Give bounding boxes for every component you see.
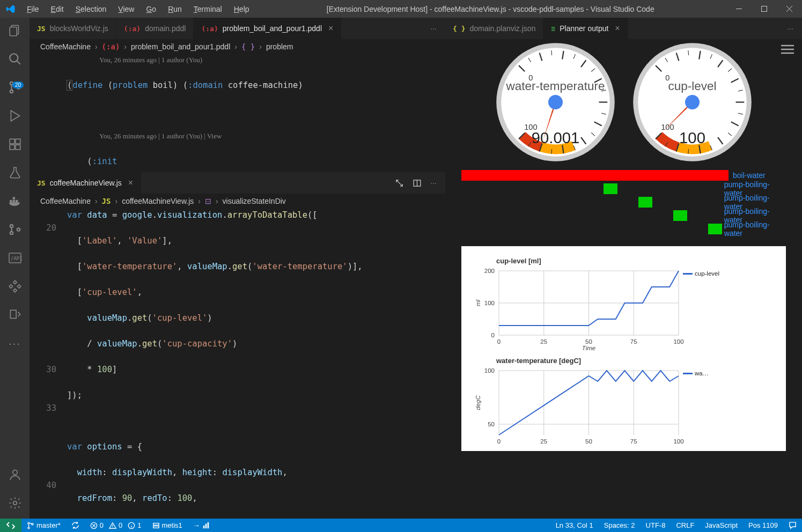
close-icon[interactable]: × bbox=[128, 178, 133, 188]
cursor-position[interactable]: Ln 33, Col 1 bbox=[550, 521, 599, 529]
panel-menu-icon[interactable] bbox=[781, 45, 794, 54]
beaker-icon[interactable] bbox=[8, 165, 23, 180]
tab-domain-planviz-json[interactable]: { }domain.planviz.json bbox=[445, 18, 543, 39]
breadcrumb-item[interactable]: CoffeeMachine bbox=[40, 197, 91, 205]
codelens[interactable]: You, 26 minutes ago | 1 author (You) bbox=[67, 54, 445, 66]
more-actions-icon[interactable]: ··· bbox=[430, 24, 437, 33]
close-icon[interactable]: × bbox=[615, 24, 620, 33]
menu-go[interactable]: Go bbox=[141, 2, 161, 16]
tab-Planner-output[interactable]: ≡Planner output× bbox=[543, 18, 628, 39]
problems-button[interactable]: 0 0 1 bbox=[85, 521, 147, 529]
maximize-button[interactable] bbox=[752, 0, 777, 18]
menu-selection[interactable]: Selection bbox=[70, 2, 112, 16]
breadcrumb-mid[interactable]: CoffeeMachine›JS›coffeeMachineView.js›⊡›… bbox=[30, 194, 445, 209]
svg-text:200: 200 bbox=[484, 268, 495, 274]
close-icon[interactable]: × bbox=[328, 24, 333, 33]
search-icon[interactable] bbox=[8, 51, 23, 66]
tab-label: Planner output bbox=[560, 24, 608, 33]
window-title: [Extension Development Host] - coffeeMac… bbox=[255, 5, 726, 13]
position-button[interactable]: Pos 1109 bbox=[743, 521, 783, 529]
server-button[interactable]: metis1 bbox=[147, 521, 188, 529]
account-icon[interactable] bbox=[8, 467, 23, 482]
cluster-icon[interactable] bbox=[8, 279, 23, 294]
breadcrumb-item[interactable]: visualizeStateInDiv bbox=[223, 197, 286, 205]
gantt-row: pump-boiling-water bbox=[461, 223, 786, 235]
svg-text:50: 50 bbox=[585, 338, 592, 345]
more-actions-icon[interactable]: ··· bbox=[787, 24, 793, 33]
pddl-icon[interactable]: (:a) bbox=[102, 42, 120, 51]
breadcrumb-item[interactable]: CoffeeMachine bbox=[40, 42, 91, 51]
svg-rect-99 bbox=[683, 273, 693, 275]
more-actions-icon[interactable]: ··· bbox=[430, 179, 437, 188]
split-editor-icon[interactable] bbox=[413, 179, 422, 188]
chart-button[interactable]: → bbox=[188, 521, 215, 529]
gantt-label[interactable]: pump-boiling-water bbox=[724, 220, 786, 238]
breadcrumb-item[interactable]: coffeeMachineView.js bbox=[122, 197, 194, 205]
menu-terminal[interactable]: Terminal bbox=[188, 2, 227, 16]
tab-problem_boil_and_pour1-pddl[interactable]: (:a)problem_boil_and_pour1.pddl× bbox=[194, 18, 341, 39]
svg-point-16 bbox=[10, 225, 12, 227]
breadcrumb-item[interactable]: problem bbox=[266, 42, 293, 51]
gantt-bar[interactable] bbox=[461, 170, 729, 181]
gantt-label[interactable]: boil-water bbox=[733, 171, 766, 180]
svg-text:25: 25 bbox=[540, 438, 547, 445]
tab-coffeeMachineView-js[interactable]: JScoffeeMachineView.js× bbox=[30, 172, 141, 194]
git-branch-button[interactable]: master* bbox=[21, 521, 66, 529]
minimize-button[interactable] bbox=[726, 0, 752, 18]
remote-button[interactable] bbox=[0, 519, 21, 532]
eol-button[interactable]: CRLF bbox=[671, 521, 700, 529]
editor-mid[interactable]: 20303340 var data = google.visualization… bbox=[30, 209, 445, 519]
extensions-icon[interactable] bbox=[8, 137, 23, 152]
breadcrumb-item[interactable]: problem_boil_and_pour1.pddl bbox=[131, 42, 230, 51]
menu-help[interactable]: Help bbox=[229, 2, 255, 16]
run-debug-icon[interactable] bbox=[8, 108, 23, 123]
tab-domain-pddl[interactable]: (:a)domain.pddl bbox=[116, 18, 194, 39]
titlebar: FileEditSelectionViewGoRunTerminalHelp [… bbox=[0, 0, 802, 18]
window-controls bbox=[726, 0, 802, 18]
encoding-button[interactable]: UTF-8 bbox=[641, 521, 671, 529]
svg-rect-13 bbox=[12, 200, 14, 202]
svg-text:0: 0 bbox=[491, 332, 495, 338]
menu-run[interactable]: Run bbox=[163, 2, 187, 16]
tab-blocksWorldViz-js[interactable]: JSblocksWorldViz.js bbox=[30, 18, 116, 39]
more-icon[interactable]: ··· bbox=[8, 336, 23, 351]
menu-file[interactable]: File bbox=[21, 2, 45, 16]
git-graph-icon[interactable] bbox=[8, 222, 23, 237]
file-icon: JS bbox=[37, 179, 46, 187]
settings-gear-icon[interactable] bbox=[8, 496, 23, 511]
language-button[interactable]: JavaScript bbox=[700, 521, 743, 529]
svg-text:90.001: 90.001 bbox=[531, 129, 579, 146]
references-icon[interactable] bbox=[8, 307, 23, 322]
menu-view[interactable]: View bbox=[113, 2, 139, 16]
gantt-bar[interactable] bbox=[673, 210, 687, 221]
api-icon[interactable]: /API bbox=[8, 250, 23, 265]
activity-bar: 20 /API ··· bbox=[0, 18, 30, 519]
svg-rect-11 bbox=[16, 139, 20, 144]
feedback-icon[interactable] bbox=[783, 521, 802, 529]
svg-rect-3 bbox=[10, 27, 17, 36]
indentation-button[interactable]: Spaces: 2 bbox=[599, 521, 641, 529]
docker-icon[interactable] bbox=[8, 194, 23, 209]
gantt-bar[interactable] bbox=[638, 197, 652, 208]
scm-badge: 20 bbox=[12, 82, 24, 88]
explorer-icon[interactable] bbox=[8, 23, 23, 38]
svg-rect-126 bbox=[205, 523, 207, 528]
codelens[interactable]: You, 26 minutes ago | 1 author (You) | V… bbox=[67, 130, 445, 142]
svg-text:0: 0 bbox=[528, 73, 533, 82]
namespace-icon[interactable]: { } bbox=[241, 42, 255, 51]
chart-title: water-temperature [degC] bbox=[496, 357, 778, 365]
menu-edit[interactable]: Edit bbox=[46, 2, 69, 16]
gantt-bar[interactable] bbox=[604, 183, 617, 194]
tab-label: domain.planviz.json bbox=[469, 24, 535, 33]
svg-point-18 bbox=[17, 228, 19, 231]
gantt-bar[interactable] bbox=[708, 224, 722, 234]
breadcrumb-top[interactable]: CoffeeMachine›(:a)›problem_boil_and_pour… bbox=[30, 39, 445, 54]
sync-button[interactable] bbox=[66, 521, 85, 529]
diff-icon[interactable] bbox=[395, 179, 404, 188]
editor-top[interactable]: You, 26 minutes ago | 1 author (You) (de… bbox=[30, 54, 445, 172]
source-control-icon[interactable]: 20 bbox=[8, 80, 23, 95]
close-button[interactable] bbox=[777, 0, 802, 18]
method-icon[interactable]: ⊡ bbox=[205, 197, 211, 205]
svg-text:100: 100 bbox=[484, 300, 495, 306]
js-icon[interactable]: JS bbox=[102, 197, 111, 205]
